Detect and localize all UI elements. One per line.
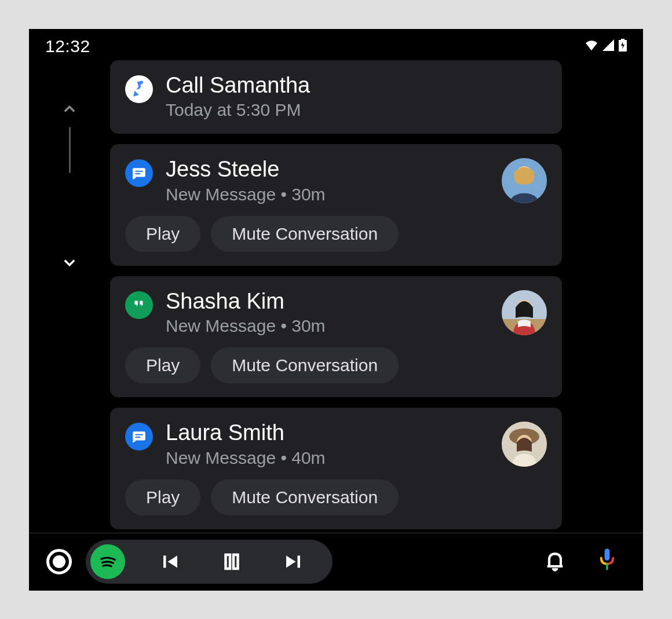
avatar	[502, 290, 547, 335]
messages-icon	[125, 423, 153, 450]
card-actions: Play Mute Conversation	[125, 347, 547, 383]
avatar	[502, 158, 547, 203]
notification-list: Call Samantha Today at 5:30 PM Jess Stee…	[110, 58, 643, 533]
play-button[interactable]: Play	[125, 347, 200, 383]
card-actions: Play Mute Conversation	[125, 479, 547, 515]
main-area: Call Samantha Today at 5:30 PM Jess Stee…	[29, 58, 643, 533]
scroll-up-button[interactable]	[61, 101, 78, 120]
mute-button[interactable]: Mute Conversation	[211, 216, 399, 252]
bottom-nav-bar	[29, 533, 643, 591]
svg-rect-16	[163, 556, 166, 568]
svg-rect-19	[298, 556, 301, 568]
reminder-icon	[125, 75, 153, 103]
svg-rect-21	[605, 548, 610, 561]
card-text: Laura Smith New Message • 40m	[166, 419, 489, 468]
play-button[interactable]: Play	[125, 216, 200, 252]
scroll-indicator	[29, 58, 110, 533]
card-header: Jess Steele New Message • 30m	[125, 156, 547, 204]
card-text: Jess Steele New Message • 30m	[166, 156, 489, 204]
media-control-pill	[86, 540, 333, 584]
status-time: 12:32	[45, 36, 90, 56]
scroll-track	[69, 127, 71, 173]
card-subtitle: New Message • 30m	[166, 316, 489, 336]
cell-signal-icon	[602, 39, 614, 53]
notification-card[interactable]: Shasha Kim New Message • 30m Play Mute C…	[110, 276, 562, 398]
notification-card[interactable]: Jess Steele New Message • 30m Play Mute …	[110, 144, 562, 266]
card-title: Shasha Kim	[166, 288, 489, 316]
svg-rect-10	[133, 431, 145, 440]
status-bar: 12:32	[29, 29, 643, 58]
card-subtitle: New Message • 40m	[166, 448, 489, 468]
svg-rect-2	[133, 168, 145, 177]
card-subtitle: New Message • 30m	[166, 185, 489, 204]
home-dot-icon	[53, 555, 65, 568]
voice-assistant-button[interactable]	[589, 542, 626, 581]
avatar	[502, 422, 547, 467]
device-frame: 12:32	[29, 29, 643, 591]
notification-card[interactable]: Call Samantha Today at 5:30 PM	[110, 60, 562, 134]
svg-rect-17	[226, 555, 231, 569]
card-text: Call Samantha Today at 5:30 PM	[166, 72, 547, 120]
messages-icon	[125, 159, 153, 187]
card-header: Call Samantha Today at 5:30 PM	[125, 72, 547, 120]
mute-button[interactable]: Mute Conversation	[211, 347, 399, 383]
svg-rect-1	[621, 39, 624, 41]
card-title: Laura Smith	[166, 419, 489, 447]
card-title: Jess Steele	[166, 156, 489, 184]
play-button[interactable]: Play	[125, 479, 200, 515]
notification-card[interactable]: Laura Smith New Message • 40m Play Mute …	[110, 408, 562, 529]
card-header: Laura Smith New Message • 40m	[125, 419, 547, 468]
wifi-icon	[585, 40, 598, 53]
card-subtitle: Today at 5:30 PM	[166, 100, 547, 120]
home-button[interactable]	[46, 549, 72, 574]
mute-button[interactable]: Mute Conversation	[211, 479, 399, 515]
next-track-button[interactable]	[277, 551, 309, 572]
notifications-button[interactable]	[535, 543, 575, 580]
status-icons	[585, 39, 627, 54]
card-header: Shasha Kim New Message • 30m	[125, 288, 547, 336]
hangouts-icon	[125, 291, 153, 319]
pause-button[interactable]	[216, 551, 248, 572]
battery-icon	[619, 39, 627, 54]
card-title: Call Samantha	[166, 72, 547, 100]
spotify-icon[interactable]	[90, 544, 125, 579]
scroll-down-button[interactable]	[61, 254, 78, 273]
previous-track-button[interactable]	[154, 551, 187, 572]
svg-rect-18	[233, 555, 238, 569]
card-text: Shasha Kim New Message • 30m	[166, 288, 489, 336]
card-actions: Play Mute Conversation	[125, 216, 547, 252]
